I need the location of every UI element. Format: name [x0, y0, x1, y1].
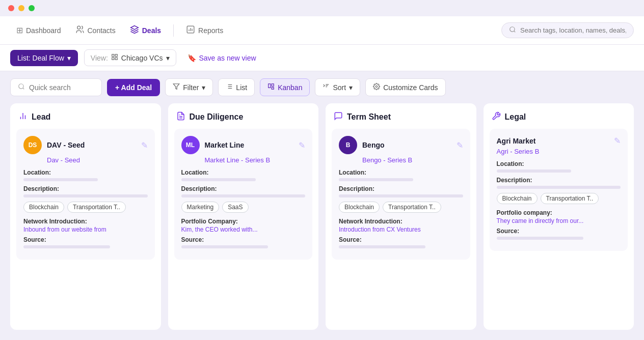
card-bengo-company: Bengo — [362, 141, 385, 149]
svg-rect-6 — [115, 58, 117, 60]
card-market-line-header: ML Market Line ✎ — [181, 136, 306, 154]
edit-market-line-icon[interactable]: ✎ — [299, 140, 305, 150]
edit-agri-market-icon[interactable]: ✎ — [614, 136, 621, 146]
maximize-dot[interactable] — [29, 5, 35, 11]
tag-transportation-bengo: Transportation T.. — [383, 202, 441, 213]
sub-nav: List: Deal Flow ▾ View: Chicago VCs ▾ 🔖 … — [0, 45, 644, 71]
card-agri-market-header: Agri Market ✎ — [497, 136, 621, 146]
svg-rect-4 — [115, 54, 117, 56]
list-deal-flow-button[interactable]: List: Deal Flow ▾ — [10, 50, 78, 66]
location-bar-ml — [181, 178, 256, 181]
column-term-sheet-header: Term Sheet — [326, 103, 476, 129]
minimize-dot[interactable] — [18, 5, 24, 11]
top-nav: ⊞ Dashboard Contacts Deals Reports — [0, 16, 644, 45]
nav-search-input[interactable] — [520, 26, 626, 34]
deals-icon — [130, 25, 139, 36]
search-icon — [18, 83, 25, 92]
lead-column-icon — [18, 111, 28, 123]
kanban-button[interactable]: Kanban — [260, 78, 310, 96]
svg-marker-8 — [173, 84, 179, 90]
view-list-icon — [111, 53, 118, 62]
filter-chevron-icon: ▾ — [202, 83, 205, 92]
dashboard-icon: ⊞ — [16, 25, 23, 35]
nav-reports[interactable]: Reports — [180, 22, 229, 39]
add-deal-button[interactable]: + Add Deal — [107, 79, 160, 96]
card-market-line: ML Market Line ✎ Market Line - Series B … — [174, 129, 313, 260]
column-lead: Lead DS DAV - Seed ✎ Dav - Seed — [10, 103, 161, 330]
sort-button[interactable]: Sort ▾ — [315, 78, 360, 96]
tag-blockchain-bengo: Blockchain — [339, 202, 380, 213]
list-icon — [226, 83, 233, 92]
card-agri-market-location: Location: — [497, 160, 621, 173]
nav-contacts-label: Contacts — [88, 26, 116, 35]
filter-button[interactable]: Filter ▾ — [165, 78, 213, 96]
app: ⊞ Dashboard Contacts Deals Reports — [0, 16, 644, 340]
edit-bengo-icon[interactable]: ✎ — [457, 140, 463, 150]
card-agri-market-source: Source: — [497, 228, 621, 240]
list-deal-flow-label: List: Deal Flow — [17, 54, 64, 62]
card-dav-seed-location: Location: — [23, 169, 148, 181]
kanban-board: Lead DS DAV - Seed ✎ Dav - Seed — [0, 103, 644, 340]
due-diligence-column-icon — [176, 111, 185, 123]
card-agri-market-intro: Portfolio company: They came in directly… — [497, 209, 621, 224]
nav-dashboard[interactable]: ⊞ Dashboard — [10, 22, 67, 38]
nav-deals[interactable]: Deals — [124, 22, 167, 39]
card-dav-seed: DS DAV - Seed ✎ Dav - Seed Location: Des… — [16, 129, 155, 260]
save-as-new-view-button[interactable]: 🔖 Save as new view — [182, 50, 261, 66]
close-dot[interactable] — [8, 5, 14, 11]
card-bengo-location: Location: — [339, 169, 463, 181]
edit-dav-seed-icon[interactable]: ✎ — [141, 140, 148, 150]
view-chevron-icon: ▾ — [166, 54, 170, 62]
svg-point-2 — [510, 27, 515, 32]
avatar-market-line: ML — [181, 136, 200, 154]
location-bar-bengo — [339, 178, 413, 181]
quick-search-box[interactable] — [10, 78, 102, 96]
nav-divider — [173, 24, 174, 37]
card-bengo-subtitle: Bengo - Series B — [339, 156, 463, 164]
tag-saas: SaaS — [222, 202, 248, 213]
list-label: List — [236, 83, 247, 92]
card-bengo-source: Source: — [339, 236, 463, 248]
bookmark-icon: 🔖 — [187, 54, 196, 62]
legal-column-icon — [492, 111, 501, 123]
view-label: View: — [91, 54, 108, 62]
view-selector[interactable]: View: Chicago VCs ▾ — [84, 49, 176, 66]
sort-label: Sort — [333, 83, 346, 92]
quick-search-input[interactable] — [29, 83, 118, 92]
customize-cards-label: Customize Cards — [383, 83, 438, 92]
filter-icon — [173, 83, 180, 92]
add-deal-label: + Add Deal — [115, 83, 152, 92]
card-bengo-header: B Bengo ✎ — [339, 136, 463, 154]
source-bar — [23, 245, 110, 248]
card-market-line-header-left: ML Market Line — [181, 136, 245, 154]
source-bar-bengo — [339, 245, 425, 248]
card-dav-seed-header: DS DAV - Seed ✎ — [23, 136, 148, 154]
tag-blockchain: Blockchain — [23, 202, 64, 213]
card-dav-seed-source: Source: — [23, 236, 148, 248]
nav-search-box[interactable] — [501, 22, 634, 38]
contacts-icon — [75, 25, 85, 36]
tag-blockchain-agri: Blockchain — [497, 193, 538, 204]
card-agri-market: Agri Market ✎ Agri - Series B Location: … — [490, 129, 628, 251]
list-button[interactable]: List — [218, 78, 255, 96]
nav-reports-label: Reports — [198, 26, 223, 35]
kanban-icon — [267, 83, 275, 92]
svg-rect-15 — [269, 84, 271, 88]
customize-cards-button[interactable]: Customize Cards — [365, 78, 445, 96]
card-market-line-tags: Marketing SaaS — [181, 202, 306, 213]
card-agri-market-description: Description: — [497, 177, 621, 189]
source-bar-agri — [497, 237, 583, 240]
svg-rect-16 — [272, 84, 274, 87]
nav-contacts[interactable]: Contacts — [69, 22, 122, 39]
tag-transportation-agri: Transportation T.. — [541, 193, 599, 204]
column-lead-header: Lead — [10, 103, 161, 129]
card-agri-market-tags: Blockchain Transportation T.. — [497, 193, 621, 204]
description-bar-agri — [497, 186, 621, 189]
sort-chevron-icon: ▾ — [349, 83, 353, 92]
svg-point-18 — [375, 86, 378, 88]
column-term-sheet-title: Term Sheet — [347, 112, 391, 122]
title-bar — [0, 0, 644, 16]
card-dav-seed-company: DAV - Seed — [47, 141, 85, 149]
card-dav-seed-tags: Blockchain Transportation T.. — [23, 202, 148, 213]
description-bar — [23, 194, 148, 197]
